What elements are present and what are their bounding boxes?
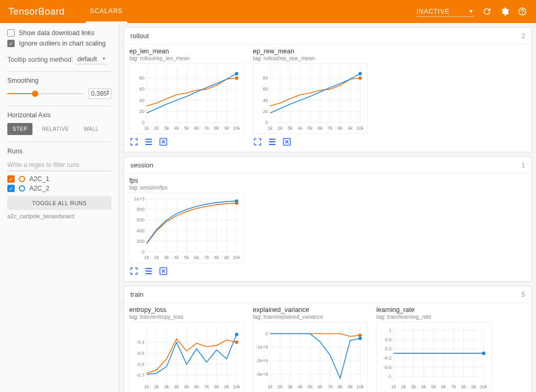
svg-text:1: 1 — [389, 328, 392, 333]
list-icon[interactable] — [144, 266, 153, 276]
chart-title: ep_rew_mean — [253, 48, 368, 55]
svg-text:9k: 9k — [471, 384, 476, 389]
run-checkbox[interactable] — [7, 175, 15, 183]
svg-text:2k: 2k — [154, 384, 159, 389]
fit-icon[interactable] — [159, 266, 168, 276]
svg-text:40: 40 — [139, 98, 144, 103]
svg-text:8k: 8k — [338, 384, 343, 389]
svg-text:-2e+9: -2e+9 — [256, 358, 268, 363]
refresh-icon[interactable] — [482, 6, 492, 17]
run-color-circle[interactable] — [19, 176, 25, 182]
svg-text:2k: 2k — [277, 384, 283, 389]
svg-text:5k: 5k — [184, 384, 189, 389]
svg-text:80: 80 — [139, 75, 144, 81]
svg-text:-0.7: -0.7 — [136, 373, 144, 378]
svg-point-129 — [235, 341, 238, 344]
svg-point-64 — [359, 72, 362, 75]
expand-icon[interactable] — [129, 137, 139, 147]
axis-btn-wall[interactable]: WALL — [79, 123, 104, 135]
chart-title: fps — [129, 177, 244, 184]
tooltip-sort-select[interactable]: default — [76, 54, 107, 64]
panel-header-rollout[interactable]: rollout 2 — [124, 28, 531, 44]
show-download-label: Show data download links — [19, 29, 95, 37]
smoothing-input[interactable]: 0,365 ▲▼ — [88, 88, 111, 99]
svg-text:-1: -1 — [387, 374, 392, 379]
list-icon[interactable] — [144, 137, 153, 147]
chart-tag: tag: train/learning_rate — [376, 313, 492, 320]
svg-point-160 — [359, 333, 362, 337]
settings-gear-icon[interactable] — [499, 6, 510, 17]
chart-plot[interactable]: 0204060801k2k3k4k5k6k7k8k9k10k — [129, 63, 244, 134]
panel-header-session[interactable]: session 1 — [124, 157, 531, 174]
svg-text:2k: 2k — [154, 255, 159, 260]
svg-text:7k: 7k — [204, 126, 209, 131]
expand-icon[interactable] — [253, 137, 262, 147]
svg-text:5k: 5k — [308, 126, 313, 131]
chevron-down-icon: ▼ — [468, 8, 474, 14]
panel-count: 2 — [521, 32, 525, 40]
run-name: A2C_1 — [29, 175, 49, 183]
svg-text:60: 60 — [139, 86, 144, 92]
svg-text:-0.5: -0.5 — [136, 351, 144, 356]
svg-text:-1e+9: -1e+9 — [256, 344, 268, 350]
inactive-plugins-select[interactable]: INACTIVE ▼ — [417, 7, 474, 17]
svg-text:3k: 3k — [287, 384, 293, 389]
svg-point-161 — [359, 337, 362, 340]
svg-point-196 — [482, 352, 485, 355]
chart-plot[interactable]: -0.7-0.6-0.5-0.41k2k3k4k5k6k7k8k9k10k — [129, 322, 244, 392]
smoothing-heading: Smoothing — [7, 77, 111, 84]
list-icon[interactable] — [267, 137, 277, 147]
panel-train: train 5 entropy_loss tag: train/entropy_… — [124, 286, 532, 392]
panel-rollout: rollout 2 ep_len_mean tag: rollout/ep_le… — [124, 27, 532, 152]
panel-title: train — [130, 290, 143, 298]
stepper-icon[interactable]: ▲▼ — [106, 89, 110, 96]
toggle-all-runs-button[interactable]: TOGGLE ALL RUNS — [7, 196, 111, 210]
panel-header-train[interactable]: train 5 — [124, 286, 531, 303]
expand-icon[interactable] — [129, 266, 139, 276]
horiz-axis-heading: Horizontal Axis — [7, 111, 111, 119]
runs-heading: Runs — [7, 148, 111, 155]
svg-text:8k: 8k — [214, 255, 219, 260]
run-color-circle[interactable] — [19, 185, 25, 192]
svg-text:5k: 5k — [431, 384, 437, 389]
svg-text:1k: 1k — [144, 255, 149, 260]
run-checkbox[interactable] — [7, 185, 15, 192]
ignore-outliers-checkbox[interactable] — [7, 40, 15, 47]
svg-text:1k: 1k — [144, 126, 149, 131]
svg-text:4k: 4k — [421, 384, 427, 389]
chart-ep-rew-mean: ep_rew_mean tag: rollout/ep_rew_mean 020… — [253, 48, 368, 147]
slider-thumb[interactable] — [32, 91, 38, 97]
svg-text:2k: 2k — [277, 126, 283, 131]
logdir-label: a2c_cartpole_tensorboard — [7, 213, 111, 219]
svg-text:200: 200 — [137, 239, 144, 244]
axis-btn-step[interactable]: STEP — [7, 123, 32, 135]
chart-plot[interactable]: -3e+9-2e+9-1e+901k2k3k4k5k6k7k8k9k10k — [253, 322, 368, 392]
svg-text:8k: 8k — [214, 126, 219, 131]
axis-btn-relative[interactable]: RELATIVE — [37, 123, 74, 135]
fit-icon[interactable] — [159, 137, 168, 147]
run-row: A2C_2 — [7, 185, 111, 192]
svg-text:40: 40 — [263, 98, 268, 103]
svg-text:0: 0 — [142, 249, 144, 254]
chart-plot[interactable]: 0204060801k2k3k4k5k6k7k8k9k10k — [253, 63, 368, 134]
svg-point-30 — [235, 76, 238, 80]
chart-plot[interactable]: 02004006008001e+31k2k3k4k5k6k7k8k9k10k — [129, 193, 244, 263]
svg-text:4k: 4k — [174, 255, 180, 260]
svg-text:10k: 10k — [480, 384, 487, 389]
svg-text:1e+3: 1e+3 — [134, 196, 144, 201]
panel-title: rollout — [130, 32, 149, 40]
runs-filter-input[interactable] — [7, 159, 111, 171]
header-tabs: SCALARS — [86, 0, 127, 23]
svg-text:8k: 8k — [338, 126, 343, 131]
smoothing-slider[interactable] — [7, 93, 83, 94]
fit-icon[interactable] — [282, 137, 292, 147]
svg-text:6k: 6k — [318, 126, 323, 131]
svg-text:-0.4: -0.4 — [136, 340, 144, 345]
svg-text:8k: 8k — [461, 384, 466, 389]
svg-text:800: 800 — [137, 207, 144, 212]
show-download-checkbox[interactable] — [7, 29, 15, 37]
tab-scalars[interactable]: SCALARS — [86, 0, 127, 23]
svg-text:10k: 10k — [233, 126, 240, 131]
chart-plot[interactable]: -1-0.6-0.20.20.611k2k3k4k5k6k7k8k9k10k — [376, 322, 492, 392]
help-icon[interactable] — [517, 6, 528, 17]
